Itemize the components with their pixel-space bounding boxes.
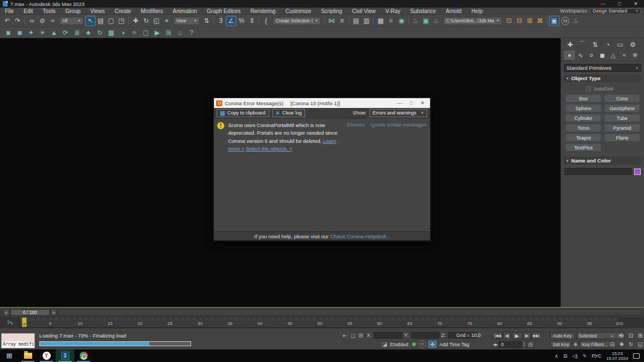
undo-icon[interactable]: ↶ [2, 16, 13, 26]
stereo-camera-icon[interactable]: ◙ [15, 28, 25, 37]
tab-hierarchy[interactable]: ⇅ [589, 40, 601, 49]
key-mode-toggle-icon[interactable]: ◷ [527, 341, 535, 348]
zoom-all-icon[interactable]: ⊕ [617, 331, 626, 340]
light-bulb-icon[interactable]: ✦ [26, 28, 36, 37]
close-button[interactable]: ✕ [628, 0, 644, 8]
object-type-button-geosphere[interactable]: GeoSphere [605, 105, 640, 112]
menu-graph-editors[interactable]: Graph Editors [202, 8, 246, 15]
menu-arnold[interactable]: Arnold [441, 8, 467, 15]
tab-display[interactable]: ▭ [615, 40, 626, 49]
current-frame-marker[interactable]: 0 [22, 317, 27, 327]
reference-coordinate-dropdown[interactable]: View▼ [174, 17, 200, 25]
file-explorer-taskbar-button[interactable] [19, 349, 37, 362]
refresh-scene-icon[interactable]: ⟳ [61, 28, 70, 37]
object-type-button-torus[interactable]: Torus [566, 124, 601, 131]
dialog-title-bar[interactable]: Corona Error Message(s) [Corona 10 (Hotf… [214, 98, 430, 108]
menu-group[interactable]: Group [61, 8, 86, 15]
zero-circle-button[interactable]: O [419, 341, 426, 348]
name-color-rollout-header[interactable]: ▾ Name and Color ▫ [564, 156, 641, 165]
render-preset-a-icon[interactable]: ⊡ [504, 16, 514, 26]
tree-document-icon[interactable]: ♣ [84, 28, 93, 37]
current-frame-field[interactable]: 0 [499, 341, 522, 348]
dialog-maximize-button[interactable]: □ [410, 100, 413, 106]
subtab-space-warps[interactable]: ≈ [619, 51, 629, 59]
rendered-frame-window-icon[interactable]: ▣ [421, 16, 431, 26]
coord-field-x[interactable] [374, 332, 402, 339]
video-camera-icon[interactable]: ◙ [3, 28, 13, 37]
unlink-selection-icon[interactable]: ⊘ [37, 16, 47, 26]
help-circle-icon[interactable]: ? [187, 28, 196, 37]
helpdesk-link[interactable]: Chaos Corona Helpdesk [330, 233, 387, 239]
select-by-name-icon[interactable]: ▤ [96, 16, 106, 26]
select-and-scale-icon[interactable]: ◱ [151, 16, 162, 26]
tab-utilities[interactable]: ⚙ [627, 40, 639, 49]
toggle-layer-explorer-icon[interactable]: ▥ [361, 16, 372, 26]
menu-animation[interactable]: Animation [168, 8, 202, 15]
yandex-browser-taskbar-button[interactable]: Y [37, 349, 56, 362]
object-type-button-cylinder[interactable]: Cylinder [566, 114, 601, 122]
keyable-icon[interactable]: ❋ [574, 342, 578, 347]
render-autosave-icon[interactable]: ▣ [549, 16, 559, 26]
absolute-mode-icon[interactable]: ⊞ [359, 333, 363, 339]
orbit-icon[interactable]: ↻ [627, 340, 635, 348]
selection-filter-dropdown[interactable]: All▼ [59, 17, 84, 25]
minimize-button[interactable]: — [595, 0, 611, 8]
menu-substance[interactable]: Substance [406, 8, 441, 15]
layers-icon[interactable]: ▩ [106, 28, 116, 37]
select-object-icon[interactable]: ↖ [85, 16, 96, 26]
copy-to-clipboard-button[interactable]: ▤ Copy to clipboard [217, 109, 269, 117]
network-icon[interactable]: ⊟ [563, 353, 568, 359]
tray-chevron-icon[interactable]: ∧ [554, 353, 558, 359]
play-preview-icon[interactable]: ▶ [152, 28, 162, 37]
select-and-rotate-icon[interactable]: ↻ [141, 16, 151, 26]
region-frame-icon[interactable]: ▢ [141, 28, 151, 37]
object-type-button-pyramid[interactable]: Pyramid [605, 124, 640, 131]
align-icon[interactable]: ≡ [337, 16, 347, 26]
set-key-button[interactable]: Set Key [550, 341, 572, 348]
object-type-button-tube[interactable]: Tube [605, 114, 640, 122]
timeline-ruler[interactable]: 0 51015202530354045505560657075808590951… [20, 317, 620, 328]
dismiss-link[interactable]: Dismiss [347, 122, 365, 128]
spinner-snap-icon[interactable]: ⇕ [247, 16, 257, 26]
object-type-button-box[interactable]: Box [566, 95, 601, 102]
frame-nudge-icon[interactable]: ◀▶ [493, 342, 498, 346]
subtab-systems[interactable]: ✲ [630, 51, 640, 59]
object-type-button-cone[interactable]: Cone [605, 95, 640, 102]
key-filters-button[interactable]: Key Filters... [579, 341, 610, 348]
menu-customize[interactable]: Customize [281, 8, 316, 15]
previous-frame-button[interactable]: ◀| [503, 332, 511, 339]
time-slider-handle[interactable]: 0 / 100 [10, 309, 50, 316]
menu-modifiers[interactable]: Modifiers [136, 8, 168, 15]
menu-v-ray[interactable]: V-Ray [380, 8, 405, 15]
object-type-button-sphere[interactable]: Sphere [566, 105, 601, 112]
render-production-icon[interactable]: ♨ [431, 16, 442, 26]
teapot-render-icon[interactable]: ♨ [175, 28, 185, 37]
tab-modify[interactable]: ⌒ [577, 40, 588, 49]
angle-snap-icon[interactable]: ∠ [226, 16, 236, 26]
grid-target-icon[interactable]: ⊞ [164, 28, 174, 37]
zoom-region-icon[interactable]: ⊟ [608, 340, 617, 348]
clear-log-button[interactable]: ✕ Clear log [272, 109, 305, 117]
select-and-link-icon[interactable]: ∞ [27, 16, 37, 26]
subtab-helpers[interactable]: △ [608, 51, 618, 59]
menu-tools[interactable]: Tools [38, 8, 60, 15]
toggle-scene-explorer-icon[interactable]: ▤ [351, 16, 361, 26]
menu-scripting[interactable]: Scripting [316, 8, 347, 15]
menu-help[interactable]: Help [467, 8, 488, 15]
rectangular-selection-region-icon[interactable]: ▢ [106, 16, 116, 26]
percent-snap-icon[interactable]: % [236, 16, 247, 26]
dialog-close-button[interactable]: ✕ [420, 100, 425, 106]
go-to-end-button[interactable]: ▶▶| [532, 332, 541, 339]
redo-icon[interactable]: ↷ [13, 16, 23, 26]
select-objects-link[interactable]: Select the objects. » [246, 146, 293, 152]
subtab-geometry[interactable]: ● [564, 51, 575, 59]
object-color-swatch[interactable] [634, 168, 641, 175]
menu-civil-view[interactable]: Civil View [347, 8, 380, 15]
mirror-icon[interactable]: ⋈ [326, 16, 337, 26]
sun-light-icon[interactable]: ☀ [38, 28, 47, 37]
use-pivot-point-icon[interactable]: ⇅ [201, 16, 212, 26]
foliage-icon[interactable]: ▲ [49, 28, 59, 37]
menu-edit[interactable]: Edit [19, 8, 38, 15]
render-last-icon[interactable]: ♨ [571, 16, 581, 26]
zoom-extents-icon[interactable]: ⊡ [627, 331, 635, 340]
